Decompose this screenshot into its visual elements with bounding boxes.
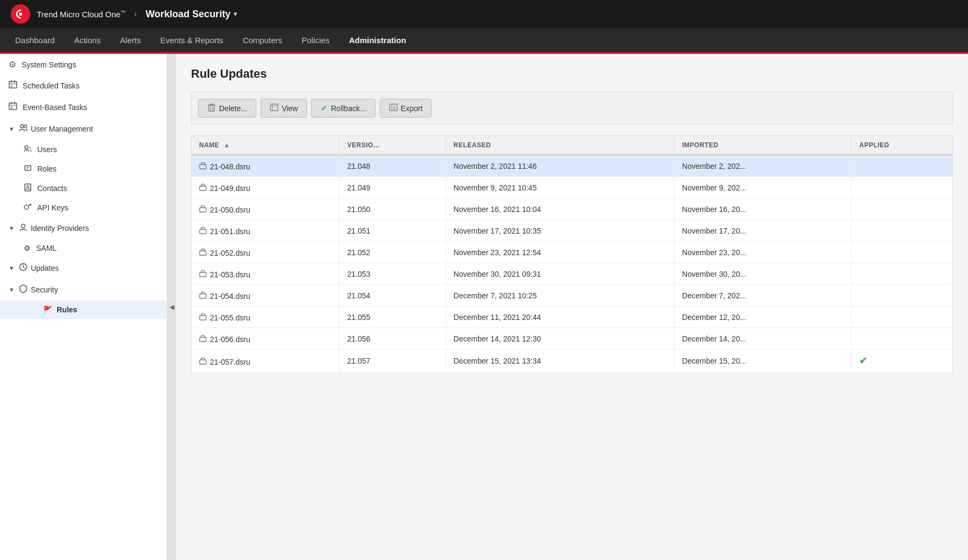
svg-rect-31 bbox=[270, 104, 278, 111]
svg-rect-37 bbox=[200, 186, 206, 190]
export-button[interactable]: Export bbox=[380, 99, 432, 118]
sidebar-group-user-management[interactable]: ▼ User Management bbox=[0, 118, 167, 140]
sidebar-label-updates: Updates bbox=[31, 264, 59, 272]
svg-rect-34 bbox=[390, 104, 397, 111]
cell-name: 21-053.dsru bbox=[192, 263, 339, 285]
lock-icon bbox=[199, 313, 207, 322]
sidebar-item-system-settings[interactable]: ⚙ System Settings bbox=[0, 54, 167, 75]
nav-administration[interactable]: Administration bbox=[339, 28, 416, 54]
rollback-button[interactable]: ✔ Rollback... bbox=[311, 99, 375, 118]
rule-updates-table: NAME ▲ VERSIO... RELEASED IMPORTED APPLI… bbox=[191, 135, 953, 373]
cell-applied bbox=[851, 155, 953, 177]
svg-rect-41 bbox=[200, 272, 206, 277]
cell-released: December 15, 2021 13:34 bbox=[446, 350, 674, 373]
sidebar-group-security[interactable]: ▼ Security bbox=[0, 279, 167, 301]
cell-version: 21.053 bbox=[339, 263, 446, 285]
rollback-icon: ✔ bbox=[321, 104, 328, 113]
nav-events-reports[interactable]: Events & Reports bbox=[151, 28, 233, 54]
sidebar-item-rules[interactable]: 🚩 Rules bbox=[0, 301, 167, 319]
table-row[interactable]: 21-052.dsru21.052November 23, 2021 12:54… bbox=[192, 242, 953, 263]
lock-icon bbox=[199, 249, 207, 257]
sidebar-label-security: Security bbox=[31, 285, 58, 294]
lock-icon bbox=[199, 227, 207, 236]
security-caret: ▼ bbox=[9, 286, 15, 293]
nav-alerts[interactable]: Alerts bbox=[111, 28, 151, 54]
cell-name: 21-049.dsru bbox=[192, 177, 339, 199]
user-management-caret: ▼ bbox=[9, 126, 15, 132]
table-row[interactable]: 21-051.dsru21.051November 17, 2021 10:35… bbox=[192, 220, 953, 242]
cell-released: December 7, 2021 10:25 bbox=[446, 285, 674, 306]
cell-version: 21.051 bbox=[339, 220, 446, 242]
lock-icon bbox=[199, 270, 207, 279]
contacts-icon bbox=[24, 183, 32, 193]
sidebar-item-saml[interactable]: ⚙ SAML bbox=[0, 239, 167, 257]
col-name[interactable]: NAME ▲ bbox=[192, 136, 339, 155]
svg-rect-36 bbox=[200, 165, 206, 169]
cell-version: 21.052 bbox=[339, 242, 446, 263]
sidebar: ⚙ System Settings Scheduled Tasks Event-… bbox=[0, 54, 167, 560]
svg-rect-2 bbox=[9, 81, 17, 88]
cell-applied bbox=[851, 220, 953, 242]
table-body: 21-048.dsru21.048November 2, 2021 11:46N… bbox=[192, 155, 953, 373]
sidebar-item-contacts[interactable]: Contacts bbox=[0, 179, 167, 198]
cell-imported: December 15, 20... bbox=[674, 350, 851, 373]
sidebar-item-event-based-tasks[interactable]: Event-Based Tasks bbox=[0, 97, 167, 118]
view-button[interactable]: View bbox=[261, 99, 307, 118]
cell-version: 21.049 bbox=[339, 177, 446, 199]
delete-button[interactable]: Delete... bbox=[198, 99, 256, 118]
cell-version: 21.057 bbox=[339, 350, 446, 373]
sidebar-label-users: Users bbox=[37, 145, 57, 154]
nav-dashboard[interactable]: Dashboard bbox=[5, 28, 64, 54]
cell-name: 21-052.dsru bbox=[192, 242, 339, 263]
table-row[interactable]: 21-054.dsru21.054December 7, 2021 10:25D… bbox=[192, 285, 953, 306]
identity-providers-icon bbox=[19, 223, 28, 234]
table-row[interactable]: 21-053.dsru21.053November 30, 2021 09:31… bbox=[192, 263, 953, 285]
sidebar-item-roles[interactable]: Roles bbox=[0, 159, 167, 179]
table-row[interactable]: 21-056.dsru21.056December 14, 2021 12:30… bbox=[192, 328, 953, 350]
rules-icon: 🚩 bbox=[43, 305, 52, 314]
table-row[interactable]: 21-049.dsru21.049November 9, 2021 10:45N… bbox=[192, 177, 953, 199]
cell-applied bbox=[851, 285, 953, 306]
nav-actions[interactable]: Actions bbox=[64, 28, 110, 54]
cell-released: November 17, 2021 10:35 bbox=[446, 220, 674, 242]
table-row[interactable]: 21-048.dsru21.048November 2, 2021 11:46N… bbox=[192, 155, 953, 177]
cell-name: 21-050.dsru bbox=[192, 199, 339, 220]
lock-icon bbox=[199, 335, 207, 344]
brand-name: Trend Micro Cloud One™ bbox=[37, 10, 125, 19]
export-label: Export bbox=[401, 104, 422, 113]
svg-rect-28 bbox=[210, 104, 213, 105]
sidebar-item-users[interactable]: Users bbox=[0, 140, 167, 159]
sidebar-item-api-keys[interactable]: API Keys bbox=[0, 198, 167, 217]
sidebar-group-identity-providers[interactable]: ▼ Identity Providers bbox=[0, 217, 167, 239]
delete-label: Delete... bbox=[219, 104, 247, 113]
cell-applied bbox=[851, 306, 953, 328]
cell-released: November 9, 2021 10:45 bbox=[446, 177, 674, 199]
cell-imported: November 9, 202... bbox=[674, 177, 851, 199]
export-icon bbox=[389, 103, 398, 113]
sidebar-label-event-based-tasks: Event-Based Tasks bbox=[23, 103, 87, 112]
lock-icon bbox=[199, 292, 207, 301]
table-row[interactable]: 21-055.dsru21.055December 11, 2021 20:44… bbox=[192, 306, 953, 328]
cell-version: 21.054 bbox=[339, 285, 446, 306]
cell-imported: November 17, 20... bbox=[674, 220, 851, 242]
product-dropdown-caret: ▾ bbox=[234, 10, 237, 18]
table-row[interactable]: 21-057.dsru21.057December 15, 2021 13:34… bbox=[192, 350, 953, 373]
svg-rect-44 bbox=[200, 337, 206, 342]
sidebar-collapse-handle[interactable]: ◀ bbox=[167, 54, 176, 560]
nav-computers[interactable]: Computers bbox=[233, 28, 292, 54]
sort-icon-name: ▲ bbox=[223, 141, 230, 149]
cell-imported: November 2, 202... bbox=[674, 155, 851, 177]
sidebar-item-scheduled-tasks[interactable]: Scheduled Tasks bbox=[0, 75, 167, 97]
col-applied[interactable]: APPLIED bbox=[851, 136, 953, 155]
table-row[interactable]: 21-050.dsru21.050November 16, 2021 10:04… bbox=[192, 199, 953, 220]
sidebar-group-updates[interactable]: ▼ Updates bbox=[0, 257, 167, 279]
cell-applied bbox=[851, 177, 953, 199]
col-released[interactable]: RELEASED bbox=[446, 136, 674, 155]
cell-version: 21.050 bbox=[339, 199, 446, 220]
col-imported[interactable]: IMPORTED bbox=[674, 136, 851, 155]
security-icon bbox=[19, 284, 28, 295]
nav-policies[interactable]: Policies bbox=[292, 28, 339, 54]
cell-imported: December 7, 202... bbox=[674, 285, 851, 306]
col-version[interactable]: VERSIO... bbox=[339, 136, 446, 155]
product-name[interactable]: Workload Security ▾ bbox=[146, 9, 237, 20]
